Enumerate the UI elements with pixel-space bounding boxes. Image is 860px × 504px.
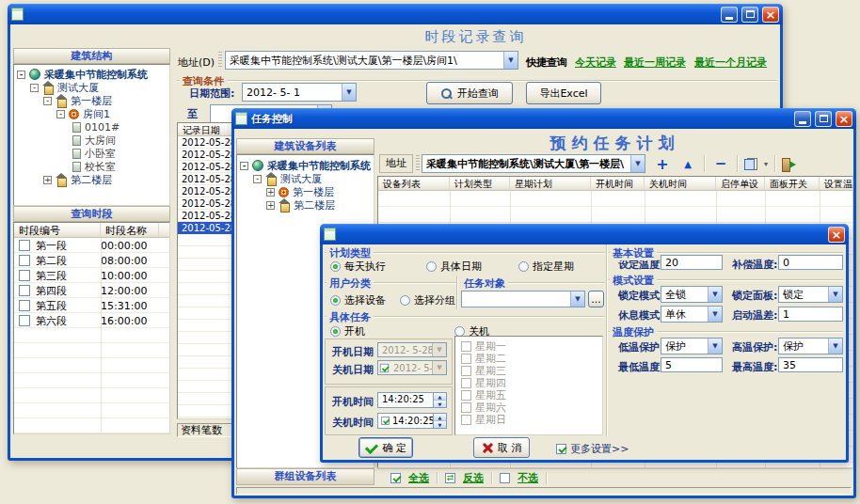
spin-down-icon[interactable]: ▼ (434, 421, 446, 428)
browse-button[interactable]: ... (588, 291, 604, 307)
toolbar-gripper[interactable] (218, 52, 222, 69)
tree-node-building[interactable]: -测试大厦 (14, 81, 169, 94)
expand-toggle-icon[interactable]: + (266, 188, 275, 197)
task-column-header[interactable]: 面板开关 (765, 177, 820, 190)
weekday-checkbox[interactable] (461, 366, 471, 376)
max-temp-field[interactable]: 35 (778, 357, 843, 372)
power-on-time-spinner[interactable]: ▲▼ (434, 392, 447, 408)
delete-task-icon[interactable]: − (711, 155, 730, 172)
power-off-date-checkbox[interactable] (380, 363, 389, 371)
task-column-header[interactable]: 设置温度 (820, 177, 852, 190)
weekday-checkbox[interactable] (461, 390, 471, 401)
chevron-down-icon[interactable]: ▼ (708, 339, 722, 354)
radio-select-device[interactable]: 选择设备 (330, 293, 386, 307)
min-temp-field[interactable]: 5 (661, 357, 723, 372)
close-button[interactable]: × (762, 7, 779, 23)
period-checkbox[interactable] (19, 255, 30, 266)
radio-icon[interactable] (426, 261, 437, 272)
start-diff-field[interactable]: 1 (778, 307, 843, 322)
close-button[interactable]: × (828, 227, 845, 243)
tree-node-building[interactable]: -测试大厦 (237, 172, 374, 185)
expand-toggle-icon[interactable]: + (266, 201, 275, 210)
rest-mode-combobox[interactable]: 单休▼ (661, 306, 723, 323)
task-column-header[interactable]: 关机时间 (645, 177, 716, 190)
tree-node-floor1[interactable]: -第一楼层 (14, 94, 169, 107)
toolbar-gripper[interactable] (416, 155, 420, 172)
tree-node-floor2[interactable]: +第二楼层 (14, 173, 169, 186)
task-column-header[interactable]: 开机时间 (591, 177, 645, 190)
period-row[interactable]: 第一段 00:00:00 (14, 238, 169, 253)
tree-node-floor1[interactable]: +第一楼层 (237, 185, 374, 198)
link-today-records[interactable]: 今天记录 (575, 55, 616, 70)
tree-node-device[interactable]: 大房间 (14, 134, 169, 147)
close-button[interactable]: × (836, 111, 852, 127)
tree-node-device[interactable]: 校长室 (14, 160, 169, 173)
radio-specified-week[interactable]: 指定星期 (518, 260, 574, 274)
weekday-checkbox[interactable] (461, 402, 471, 413)
add-task-icon[interactable]: + (653, 155, 672, 173)
spin-up-icon[interactable]: ▲ (434, 393, 446, 401)
invert-selection-icon[interactable]: ⇄ (445, 473, 455, 483)
period-row[interactable]: 第五段 15:31:00 (14, 298, 169, 313)
comp-temp-field[interactable]: 0 (778, 255, 843, 270)
task-column-header[interactable]: 设备列表 (378, 177, 450, 190)
radio-icon[interactable] (330, 261, 341, 272)
period-checkbox[interactable] (19, 315, 30, 326)
invert-selection-link[interactable]: 反选 (463, 471, 484, 485)
power-off-time-checkbox[interactable] (381, 417, 390, 425)
cancel-button[interactable]: 取 消 (473, 437, 530, 458)
tree-node-room1[interactable]: -房间1 (14, 107, 169, 120)
col-period-no[interactable]: 时段编号 (14, 223, 101, 237)
exit-icon[interactable] (782, 158, 795, 170)
radio-daily[interactable]: 每天执行 (330, 260, 386, 274)
radio-power-on[interactable]: 开机 (330, 324, 365, 339)
spin-up-icon[interactable]: ▲ (434, 414, 446, 421)
collapse-toggle-icon[interactable]: - (56, 110, 65, 118)
task-column-header[interactable]: 计划类型 (450, 177, 510, 190)
chevron-down-icon[interactable]: ▼ (503, 52, 518, 69)
chevron-down-icon[interactable]: ▼ (342, 84, 356, 101)
weekday-checkbox[interactable] (461, 378, 471, 388)
period-row[interactable]: 第四段 12:00:00 (14, 283, 169, 298)
power-off-time-field[interactable]: 14:20:25 (377, 413, 434, 429)
edit-task-icon[interactable]: ▲ (678, 159, 697, 169)
maximize-button[interactable] (815, 111, 832, 127)
low-protect-combobox[interactable]: 保护▼ (661, 338, 723, 354)
group-device-list-button[interactable]: 群组设备列表 (236, 468, 374, 485)
radio-icon[interactable] (330, 326, 341, 337)
power-on-time-field[interactable]: 14:20:25 (377, 392, 434, 408)
more-settings-toggle[interactable]: 更多设置>> (556, 442, 629, 456)
task-object-combobox[interactable]: ▼ (461, 291, 585, 307)
tree-node-floor2[interactable]: +第二楼层 (237, 198, 374, 212)
window2-titlebar[interactable]: 任务控制 × (231, 108, 856, 129)
chevron-down-icon[interactable]: ▾ (764, 160, 768, 168)
high-protect-combobox[interactable]: 保护▼ (778, 338, 843, 354)
paste-task-icon[interactable] (744, 158, 757, 170)
period-row[interactable]: 第三段 10:00:00 (14, 268, 169, 283)
power-off-time-spinner[interactable]: ▲▼ (434, 413, 447, 429)
address-combobox[interactable]: 采暖集中节能控制系统\测试大厦\第一楼层\房间1\▼ (225, 51, 518, 70)
expand-toggle-icon[interactable]: + (43, 176, 52, 184)
dialog-titlebar[interactable]: × (320, 224, 849, 244)
tree-node-device[interactable]: 0101# (14, 120, 169, 134)
period-checkbox[interactable] (19, 270, 30, 281)
task-column-header[interactable]: 星期计划 (510, 177, 591, 190)
select-none-link[interactable]: 不选 (518, 471, 538, 485)
weekday-checkbox[interactable] (461, 341, 471, 352)
maximize-button[interactable] (741, 7, 758, 23)
tree-node-system[interactable]: -采暖集中节能控制系统 (14, 68, 169, 81)
chevron-down-icon[interactable]: ▼ (828, 339, 842, 354)
select-none-checkbox-icon[interactable] (500, 473, 510, 483)
select-all-link[interactable]: 全选 (408, 471, 429, 485)
period-row[interactable]: 第二段 08:00:00 (14, 253, 169, 268)
chevron-down-icon[interactable]: ▼ (828, 287, 842, 302)
window1-titlebar[interactable]: × (8, 4, 783, 24)
select-all-checkbox-icon[interactable] (390, 473, 401, 483)
period-checkbox[interactable] (19, 300, 30, 311)
export-excel-button[interactable]: 导出Excel (526, 82, 601, 104)
set-temp-field[interactable]: 20 (661, 255, 723, 270)
minimize-button[interactable] (794, 111, 811, 127)
chevron-down-icon[interactable]: ▼ (708, 307, 722, 322)
weekday-checkbox[interactable] (461, 354, 471, 364)
date-from-combobox[interactable]: 2012- 5- 1▼ (242, 83, 357, 102)
